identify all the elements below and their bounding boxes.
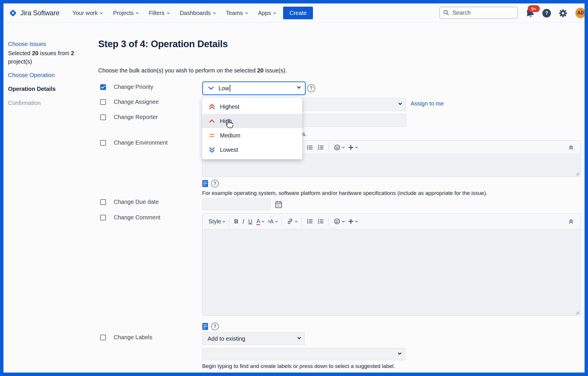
change-comment-label: Change Comment (114, 214, 160, 221)
environment-help-icon[interactable]: ? (211, 180, 219, 187)
priority-high-icon (208, 118, 215, 124)
gear-icon (559, 9, 567, 18)
numbered-list-button[interactable] (315, 144, 326, 151)
settings-button[interactable] (559, 9, 567, 18)
sidebar-step-confirmation: Confirmation (8, 100, 40, 106)
jira-screen: Jira Software Your work Projects Filters… (3, 3, 585, 373)
priority-option-medium[interactable]: Medium (202, 128, 302, 143)
change-labels-checkbox[interactable] (100, 335, 106, 340)
renderable-text-icon (202, 323, 208, 330)
change-environment-label: Change Environment (114, 139, 168, 146)
toolbar-divider (329, 217, 329, 226)
plus-icon (348, 218, 354, 224)
bullet-list-button[interactable] (304, 144, 315, 151)
chevron-down-icon (342, 145, 345, 148)
nav-item-projects[interactable]: Projects (113, 10, 138, 16)
browser-frame: Jira Software Your work Projects Filters… (0, 0, 588, 376)
priority-help-icon[interactable]: ? (307, 84, 315, 92)
nav-item-your-work[interactable]: Your work (72, 10, 102, 16)
collapse-toolbar-button[interactable] (566, 218, 576, 225)
chevron-down-icon (245, 11, 248, 14)
double-chevron-up-icon (568, 218, 574, 225)
search-input[interactable] (439, 7, 518, 19)
comment-editor-textarea[interactable] (202, 229, 580, 315)
numbered-list-button[interactable] (315, 218, 326, 225)
calendar-icon[interactable] (275, 201, 282, 208)
chevron-down-icon (355, 220, 358, 222)
chevron-down-icon (136, 11, 139, 14)
priority-option-lowest[interactable]: Lowest (202, 143, 302, 157)
nav-item-teams[interactable]: Teams (226, 10, 247, 16)
nav-item-dashboards[interactable]: Dashboards (180, 10, 215, 16)
nav-item-apps[interactable]: Apps (258, 10, 276, 16)
environment-helper-text: For example operating system, software p… (202, 190, 488, 196)
notification-count-badge: 9+ (528, 5, 540, 12)
chevron-down-icon (398, 351, 402, 355)
priority-value: Low (218, 85, 229, 92)
comment-help-icon[interactable]: ? (211, 323, 219, 330)
change-environment-checkbox[interactable] (100, 140, 106, 146)
sidebar-step-choose-operation[interactable]: Choose Operation (8, 72, 55, 78)
change-reporter-label: Change Reporter (114, 114, 158, 120)
italic-button[interactable]: I (240, 218, 246, 225)
toolbar-divider (282, 217, 282, 226)
priority-lowest-icon (208, 146, 215, 153)
change-priority-checkbox[interactable] (100, 84, 106, 90)
search-icon (443, 9, 450, 16)
global-search (439, 7, 518, 19)
nav-item-filters[interactable]: Filters (149, 10, 169, 16)
font-size-button[interactable]: aA (266, 218, 279, 225)
change-assignee-label: Change Assignee (114, 99, 159, 105)
toolbar-divider (329, 143, 329, 152)
labels-mode-select[interactable]: Add to existing (202, 332, 305, 345)
insert-more-button[interactable] (346, 145, 359, 150)
priority-combobox[interactable]: Low (202, 81, 306, 95)
create-button[interactable]: Create (283, 7, 313, 19)
priority-option-highest[interactable]: Highest (202, 99, 302, 114)
toolbar-divider (301, 217, 302, 226)
priority-option-high[interactable]: High (202, 114, 302, 128)
page-title: Step 3 of 4: Operation Details (98, 39, 228, 49)
chevron-down-icon (100, 11, 103, 14)
change-due-date-checkbox[interactable] (100, 199, 106, 205)
link-button[interactable] (285, 218, 299, 225)
help-button[interactable]: ? (542, 9, 551, 18)
change-assignee-checkbox[interactable] (100, 99, 106, 105)
double-chevron-up-icon (568, 144, 574, 151)
nav-menus: Your work Projects Filters Dashboards Te… (72, 3, 275, 22)
text-color-button[interactable]: A (254, 218, 266, 225)
change-comment-checkbox[interactable] (100, 215, 106, 220)
avatar[interactable]: AD (575, 8, 585, 18)
jira-logo[interactable]: Jira Software (9, 3, 59, 22)
emoji-icon (334, 144, 341, 151)
assign-to-me-link[interactable]: Assign to me (411, 100, 444, 107)
link-icon (287, 218, 293, 225)
resize-handle[interactable] (575, 172, 579, 176)
chevron-down-icon (167, 11, 170, 14)
due-date-input[interactable] (202, 198, 270, 210)
underline-button[interactable]: U (246, 218, 254, 225)
resize-handle[interactable] (575, 310, 579, 314)
question-mark-icon: ? (545, 10, 548, 16)
comment-editor: Style B I U A aA (202, 213, 581, 316)
bold-button[interactable]: B (232, 218, 240, 225)
chevron-down-icon (213, 11, 216, 14)
chevron-down-icon (275, 220, 278, 222)
chevron-down-icon (295, 220, 298, 222)
change-due-date-label: Change Due date (114, 199, 159, 205)
text-caret (230, 85, 230, 92)
sidebar-step-choose-issues[interactable]: Choose Issues (8, 41, 46, 47)
bullet-list-button[interactable] (304, 218, 315, 225)
top-navigation-bar: Jira Software Your work Projects Filters… (3, 3, 585, 22)
emoji-button[interactable] (332, 218, 346, 225)
style-menu-button[interactable]: Style (206, 218, 227, 225)
change-reporter-checkbox[interactable] (100, 114, 106, 120)
labels-mode-value: Add to existing (208, 335, 245, 342)
comment-field-icons: ? (202, 323, 219, 330)
bullet-list-icon (306, 144, 313, 151)
emoji-button[interactable] (332, 144, 346, 151)
insert-more-button[interactable] (346, 218, 359, 224)
numbered-list-icon (317, 144, 324, 151)
labels-picker-select[interactable] (202, 348, 405, 360)
collapse-toolbar-button[interactable] (566, 144, 576, 151)
